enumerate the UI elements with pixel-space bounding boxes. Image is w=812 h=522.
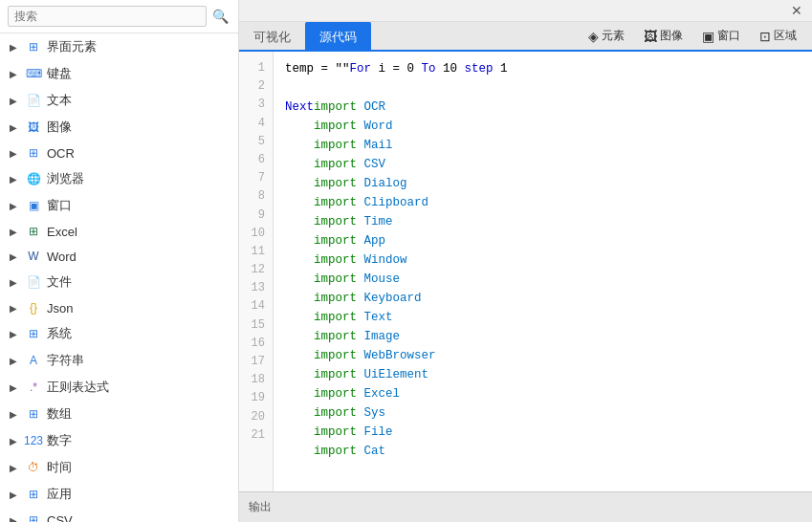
code-token: step <box>465 62 494 76</box>
line-number: 6 <box>239 151 273 169</box>
code-line: import File <box>285 423 812 442</box>
sidebar-item-label: Word <box>47 250 77 264</box>
sidebar-item-excel[interactable]: ▶⊞Excel <box>0 219 238 244</box>
toolbar-image-button[interactable]: 🖼图像 <box>636 24 691 48</box>
arrow-icon: ▶ <box>10 436 21 446</box>
sidebar-item-label: 应用 <box>47 486 72 503</box>
sidebar-item-system[interactable]: ▶⊞系统 <box>0 320 238 347</box>
toolbar-element-button[interactable]: ◈元素 <box>581 24 632 48</box>
top-bar: ✕ <box>239 0 812 22</box>
sidebar-item-label: 窗口 <box>47 197 72 214</box>
code-token: import <box>285 311 357 324</box>
toolbar-region-button[interactable]: ⊡区域 <box>752 24 804 48</box>
code-line: import Sys <box>285 403 812 423</box>
close-button[interactable]: ✕ <box>785 2 808 19</box>
sidebar-item-keyboard[interactable]: ▶⌨键盘 <box>0 60 238 87</box>
element-label: 元素 <box>602 28 625 44</box>
tab-source[interactable]: 源代码 <box>305 22 371 52</box>
code-token: Mail <box>357 139 393 152</box>
sidebar-item-text[interactable]: ▶📄文本 <box>0 87 238 114</box>
sidebar-item-image[interactable]: ▶🖼图像 <box>0 114 238 141</box>
search-input[interactable] <box>8 6 207 27</box>
string-icon: A <box>25 353 42 368</box>
arrow-icon: ▶ <box>10 251 21 262</box>
code-line: import Keyboard <box>285 289 812 308</box>
sidebar-item-string[interactable]: ▶A字符串 <box>0 347 238 374</box>
sidebar-item-label: 浏览器 <box>47 170 84 187</box>
sidebar-item-label: 文件 <box>47 273 72 291</box>
code-line: import Window <box>285 250 812 270</box>
code-token: Sys <box>357 406 385 420</box>
search-button[interactable]: 🔍 <box>210 7 230 26</box>
sidebar-item-ocr[interactable]: ▶⊞OCR <box>0 141 238 165</box>
line-numbers: 123456789101112131415161718192021 <box>239 52 274 491</box>
code-token: import <box>314 100 357 114</box>
line-number: 12 <box>239 261 273 279</box>
code-line: import Clipboard <box>285 193 812 212</box>
sidebar-item-ui[interactable]: ▶⊞界面元素 <box>0 33 238 60</box>
line-number: 18 <box>239 371 273 389</box>
arrow-icon: ▶ <box>10 356 21 366</box>
code-token: Keyboard <box>357 292 422 305</box>
line-number: 10 <box>239 225 273 243</box>
output-label: 输出 <box>249 499 272 515</box>
sidebar-item-csv[interactable]: ▶⊞CSV <box>0 508 238 522</box>
code-token: App <box>357 234 385 248</box>
line-number: 21 <box>239 426 273 445</box>
code-token: import <box>285 234 357 248</box>
code-token: Text <box>357 311 393 324</box>
code-lines[interactable]: temp = ""For i = 0 To 10 step 1 Nextimpo… <box>274 52 812 491</box>
arrow-icon: ▶ <box>10 329 21 339</box>
code-token: Image <box>357 330 400 343</box>
sidebar-item-regex[interactable]: ▶.*正则表达式 <box>0 374 238 401</box>
sidebar-item-number[interactable]: ▶123数字 <box>0 427 238 454</box>
sidebar-item-word[interactable]: ▶WWord <box>0 244 238 269</box>
csv-icon: ⊞ <box>25 512 42 522</box>
code-token: To <box>422 62 436 76</box>
code-token: Clipboard <box>357 196 428 209</box>
sidebar-item-label: 键盘 <box>47 65 72 82</box>
text-icon: 📄 <box>25 93 42 108</box>
sidebar-item-label: 正则表达式 <box>47 379 109 396</box>
sidebar-item-app[interactable]: ▶⊞应用 <box>0 481 238 508</box>
code-token: import <box>285 387 357 401</box>
sidebar-item-json[interactable]: ▶{}Json <box>0 295 238 320</box>
arrow-icon: ▶ <box>10 69 21 79</box>
code-line: import Time <box>285 212 812 231</box>
sidebar-item-browser[interactable]: ▶🌐浏览器 <box>0 165 238 192</box>
sidebar-item-window[interactable]: ▶▣窗口 <box>0 192 238 219</box>
code-token: Cat <box>357 445 385 458</box>
arrow-icon: ▶ <box>10 42 21 53</box>
sidebar-item-time[interactable]: ▶⏱时间 <box>0 454 238 481</box>
sidebar-item-file[interactable]: ▶📄文件 <box>0 269 238 295</box>
code-token: UiElement <box>357 368 428 381</box>
line-number: 11 <box>239 243 273 261</box>
sidebar-item-label: OCR <box>47 146 75 161</box>
sidebar: 🔍 ▶⊞界面元素▶⌨键盘▶📄文本▶🖼图像▶⊞OCR▶🌐浏览器▶▣窗口▶⊞Exce… <box>0 0 239 522</box>
time-icon: ⏱ <box>25 460 42 475</box>
line-number: 15 <box>239 316 273 335</box>
toolbar-group: ◈元素🖼图像▣窗口⊡区域 <box>573 24 812 48</box>
code-token: Word <box>357 120 393 133</box>
line-number: 20 <box>239 408 273 426</box>
code-token: Next <box>285 100 314 114</box>
arrow-icon: ▶ <box>10 382 21 393</box>
toolbar-window-button[interactable]: ▣窗口 <box>694 24 748 48</box>
line-number: 5 <box>239 133 273 151</box>
line-number: 9 <box>239 207 273 225</box>
code-token: import <box>285 158 357 171</box>
sidebar-item-array[interactable]: ▶⊞数组 <box>0 401 238 427</box>
regex-icon: .* <box>25 380 42 395</box>
sidebar-item-label: 数字 <box>47 432 72 449</box>
tab-visual[interactable]: 可视化 <box>239 22 305 52</box>
arrow-icon: ▶ <box>10 227 21 237</box>
arrow-icon: ▶ <box>10 201 21 211</box>
line-number: 14 <box>239 297 273 315</box>
code-line: import UiElement <box>285 365 812 384</box>
output-bar: 输出 <box>239 491 812 522</box>
code-line: import Mail <box>285 136 812 155</box>
code-line: import Cat <box>285 442 812 461</box>
sidebar-item-label: 字符串 <box>47 352 84 369</box>
code-token: import <box>285 139 357 152</box>
arrow-icon: ▶ <box>10 303 21 314</box>
